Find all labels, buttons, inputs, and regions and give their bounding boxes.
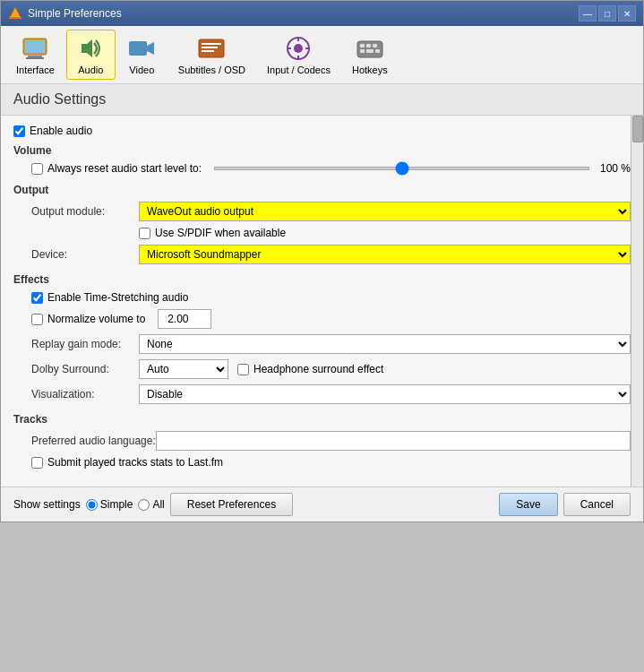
svg-rect-8	[129, 41, 147, 56]
scrollbar[interactable]	[631, 116, 643, 487]
device-select[interactable]: Microsoft Soundmapper	[139, 245, 631, 264]
output-module-select[interactable]: WaveOut audio output DirectX audio outpu…	[139, 202, 631, 221]
device-row: Device: Microsoft Soundmapper	[13, 245, 631, 264]
volume-section: Volume Always reset audio start level to…	[13, 144, 631, 175]
tab-video[interactable]: Video	[117, 30, 167, 80]
svg-rect-26	[375, 49, 380, 53]
headphone-label[interactable]: Headphone surround effect	[237, 363, 383, 375]
tracks-header: Tracks	[13, 413, 631, 426]
output-module-label: Output module:	[31, 205, 139, 218]
reset-preferences-button[interactable]: Reset Preferences	[170, 493, 293, 516]
tab-audio-label: Audio	[78, 65, 103, 75]
spdif-checkbox[interactable]	[139, 228, 150, 239]
spdif-label[interactable]: Use S/PDIF when available	[139, 227, 286, 239]
content-area: Enable audio Volume Always reset audio s…	[1, 116, 643, 487]
normalize-spinbox[interactable]	[158, 309, 211, 329]
audio-icon	[76, 34, 105, 63]
footer: Show settings Simple All Reset Preferenc…	[1, 487, 643, 521]
volume-percent: 100 %	[597, 162, 631, 175]
simple-radio-label[interactable]: Simple	[86, 498, 133, 511]
replay-gain-select[interactable]: None Track Album	[139, 334, 631, 354]
svg-rect-13	[202, 50, 214, 52]
svg-rect-19	[305, 47, 310, 49]
visualization-field: Disable Spectrometer Scope Histogram Vuo…	[139, 384, 631, 404]
spdif-row: Use S/PDIF when available	[13, 227, 631, 239]
dolby-select[interactable]: Disable Auto Enable	[139, 359, 228, 379]
dolby-label: Dolby Surround:	[31, 363, 139, 375]
svg-rect-4	[25, 40, 45, 53]
submit-tracks-label[interactable]: Submit played tracks stats to Last.fm	[31, 456, 223, 469]
volume-reset-row: Always reset audio start level to: 100 %	[13, 162, 631, 175]
minimize-button[interactable]: —	[579, 5, 597, 22]
title-bar-left: Simple Preferences	[8, 6, 122, 21]
svg-marker-9	[147, 42, 154, 55]
save-button[interactable]: Save	[499, 493, 557, 516]
enable-audio-text: Enable audio	[30, 125, 92, 137]
output-module-field: WaveOut audio output DirectX audio outpu…	[139, 202, 631, 221]
vlc-title-icon	[8, 6, 22, 21]
visualization-row: Visualization: Disable Spectrometer Scop…	[13, 384, 631, 404]
time-stretch-row: Enable Time-Stretching audio	[13, 291, 631, 304]
enable-audio-label[interactable]: Enable audio	[13, 125, 92, 137]
title-bar: Simple Preferences — □ ✕	[1, 1, 643, 26]
normalize-label[interactable]: Normalize volume to	[31, 313, 145, 325]
time-stretch-text: Enable Time-Stretching audio	[47, 291, 188, 304]
all-label: All	[152, 498, 164, 511]
tabs-toolbar: Interface Audio Video	[1, 26, 643, 84]
tab-interface[interactable]: Interface	[6, 30, 64, 80]
visualization-label: Visualization:	[31, 388, 139, 401]
effects-header: Effects	[13, 273, 631, 286]
submit-tracks-text: Submit played tracks stats to Last.fm	[47, 456, 223, 469]
submit-tracks-checkbox[interactable]	[31, 457, 43, 469]
volume-reset-checkbox[interactable]	[31, 163, 43, 175]
simple-radio[interactable]	[86, 499, 98, 511]
output-module-row: Output module: WaveOut audio output Dire…	[13, 202, 631, 221]
simple-label: Simple	[100, 498, 133, 511]
cancel-button[interactable]: Cancel	[563, 493, 631, 516]
svg-rect-6	[26, 57, 44, 59]
main-window: Simple Preferences — □ ✕ Interface	[0, 0, 644, 522]
time-stretch-label[interactable]: Enable Time-Stretching audio	[31, 291, 188, 304]
page-title-bar: Audio Settings	[1, 84, 643, 116]
all-radio[interactable]	[138, 499, 150, 511]
normalize-row: Normalize volume to	[13, 309, 631, 329]
footer-action-buttons: Save Cancel	[499, 493, 631, 516]
dolby-field-group: Disable Auto Enable Headphone surround e…	[139, 359, 631, 379]
preferred-lang-label: Preferred audio language:	[31, 435, 156, 447]
normalize-text: Normalize volume to	[47, 313, 145, 325]
svg-rect-17	[297, 56, 299, 60]
replay-gain-row: Replay gain mode: None Track Album	[13, 334, 631, 354]
svg-rect-18	[287, 47, 291, 49]
visualization-select[interactable]: Disable Spectrometer Scope Histogram Vuo…	[139, 384, 631, 404]
time-stretch-checkbox[interactable]	[31, 292, 43, 304]
headphone-text: Headphone surround effect	[253, 363, 383, 375]
tab-hotkeys[interactable]: Hotkeys	[342, 30, 398, 80]
svg-rect-5	[28, 56, 42, 57]
volume-slider-group: 100 %	[214, 162, 631, 175]
svg-marker-7	[82, 39, 92, 57]
close-button[interactable]: ✕	[618, 5, 636, 22]
input-icon	[284, 34, 313, 63]
subtitles-icon	[197, 34, 226, 63]
title-bar-buttons: — □ ✕	[579, 5, 636, 22]
volume-reset-label[interactable]: Always reset audio start level to:	[31, 162, 202, 175]
normalize-checkbox[interactable]	[31, 314, 43, 325]
tab-audio[interactable]: Audio	[66, 30, 116, 80]
enable-audio-checkbox[interactable]	[13, 125, 25, 137]
headphone-checkbox[interactable]	[237, 364, 249, 375]
tab-subtitles[interactable]: Subtitles / OSD	[168, 30, 255, 80]
replay-gain-field: None Track Album	[139, 334, 631, 354]
preferred-lang-input[interactable]	[156, 431, 631, 451]
tab-input[interactable]: Input / Codecs	[257, 30, 340, 80]
scrollbar-thumb[interactable]	[632, 116, 643, 142]
dolby-row: Dolby Surround: Disable Auto Enable Head…	[13, 359, 631, 379]
main-content: Enable audio Volume Always reset audio s…	[1, 116, 643, 487]
all-radio-label[interactable]: All	[138, 498, 164, 511]
svg-rect-25	[366, 49, 374, 53]
maximize-button[interactable]: □	[598, 5, 616, 22]
svg-rect-24	[360, 49, 365, 53]
tab-interface-label: Interface	[16, 65, 55, 75]
volume-slider[interactable]	[214, 167, 589, 170]
preferred-lang-row: Preferred audio language:	[13, 431, 631, 451]
svg-rect-21	[360, 44, 365, 47]
